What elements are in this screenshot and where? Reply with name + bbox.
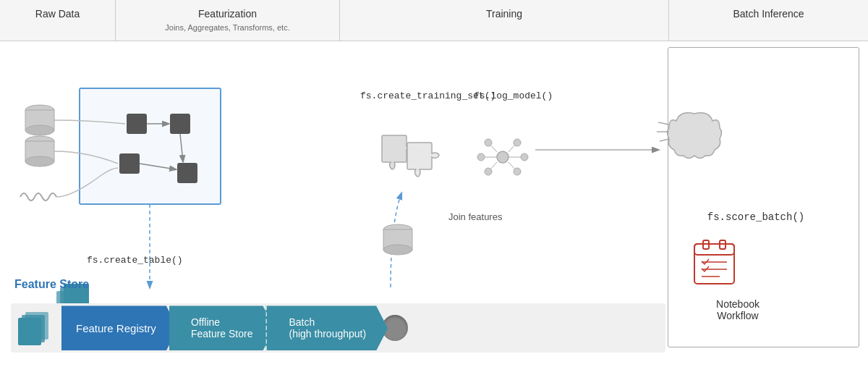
- offline-feature-store-segment: OfflineFeature Store: [169, 305, 275, 350]
- svg-point-36: [383, 245, 412, 255]
- node-bottom-left: [119, 153, 140, 174]
- svg-line-18: [509, 145, 515, 152]
- feature-store-stack-icon: [18, 312, 51, 345]
- svg-point-14: [514, 168, 521, 175]
- signal-wave: [20, 193, 56, 201]
- header-featurization-label: Featurization: [198, 8, 257, 20]
- featurization-box: [80, 88, 221, 204]
- header-raw-data: Raw Data: [0, 0, 116, 41]
- join-features-label: Join features: [448, 211, 502, 222]
- node-top-left: [127, 114, 147, 134]
- feature-registry-segment: Feature Registry: [61, 305, 178, 350]
- create-training-label: fs.create_training_set(): [360, 90, 447, 103]
- svg-line-20: [509, 162, 515, 169]
- batch-segment: Batch(high throughput): [265, 305, 388, 350]
- svg-rect-35: [383, 229, 412, 250]
- offline-feature-store-label: OfflineFeature Store: [191, 316, 253, 339]
- header-training: Training: [340, 0, 669, 41]
- training-cylinder: [383, 224, 412, 255]
- header-featurization-sub: Joins, Aggregates, Transforms, etc.: [165, 23, 289, 32]
- main-diagram: fs.create_table() Feature Store fs.creat…: [0, 41, 868, 363]
- node-bottom-right: [177, 163, 197, 183]
- score-batch-label: fs.score_batch(): [673, 211, 839, 223]
- notebook-workflow-label: Notebook Workflow: [694, 298, 781, 321]
- create-table-label: fs.create_table(): [87, 255, 183, 266]
- svg-rect-27: [694, 244, 734, 284]
- puzzle-icon: [382, 135, 439, 177]
- svg-point-13: [485, 168, 492, 175]
- header-row: Raw Data Featurization Joins, Aggregates…: [0, 0, 868, 41]
- header-batch-inference-label: Batch Inference: [733, 8, 804, 20]
- svg-point-2: [25, 125, 54, 135]
- svg-point-12: [514, 139, 521, 146]
- svg-point-34: [383, 224, 412, 235]
- svg-rect-1: [25, 110, 54, 130]
- svg-rect-29: [703, 240, 709, 249]
- svg-point-3: [25, 136, 54, 146]
- brain-icon: [657, 113, 722, 159]
- svg-point-0: [25, 105, 54, 115]
- header-batch-inference: Batch Inference: [669, 0, 868, 41]
- notebook-workflow-icon: [694, 240, 734, 284]
- log-model-label: fs.log_model(): [474, 90, 553, 101]
- node-top-right: [170, 114, 190, 134]
- svg-point-11: [485, 139, 492, 146]
- batch-label: Batch(high throughput): [289, 316, 366, 339]
- cylinder-1: [25, 105, 54, 135]
- svg-line-19: [490, 162, 497, 169]
- svg-point-16: [477, 153, 485, 161]
- svg-rect-30: [720, 240, 726, 249]
- feature-registry-label: Feature Registry: [76, 322, 156, 334]
- cylinder-2: [25, 136, 54, 166]
- svg-line-7: [180, 134, 183, 161]
- svg-line-26: [660, 139, 669, 141]
- svg-point-15: [521, 153, 528, 161]
- header-training-label: Training: [486, 8, 522, 20]
- svg-line-8: [140, 164, 176, 169]
- header-featurization: Featurization Joins, Aggregates, Transfo…: [116, 0, 340, 41]
- svg-line-24: [658, 122, 669, 125]
- svg-line-17: [490, 145, 497, 152]
- network-icon: [477, 139, 528, 175]
- svg-point-5: [25, 156, 54, 166]
- header-raw-data-label: Raw Data: [35, 8, 80, 20]
- svg-rect-4: [25, 141, 54, 161]
- svg-rect-28: [694, 244, 734, 255]
- feature-store-bar: Feature Registry OfflineFeature Store Ba…: [11, 303, 665, 353]
- feature-store-label: Feature Store: [14, 278, 89, 291]
- svg-point-10: [497, 151, 509, 163]
